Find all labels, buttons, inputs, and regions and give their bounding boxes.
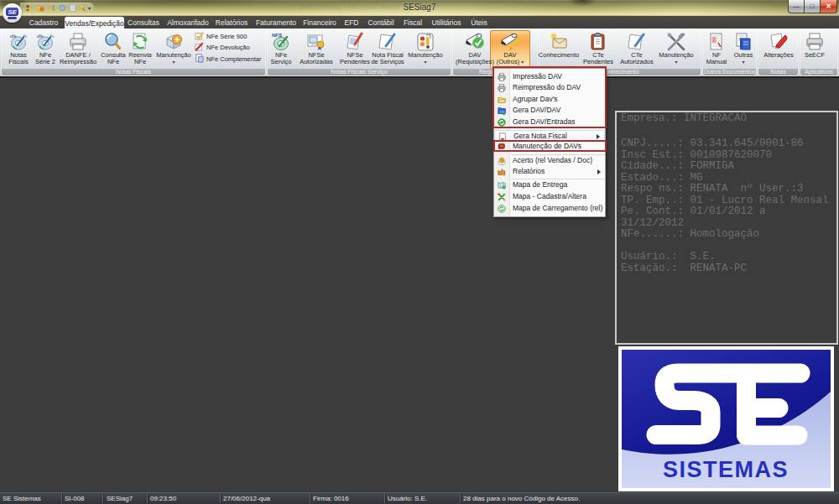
svg-text:dfe: dfe	[37, 34, 44, 39]
svg-text:dfe: dfe	[10, 34, 17, 39]
svg-text:SISTEMAS: SISTEMAS	[663, 457, 789, 482]
svg-text:NFS: NFS	[272, 33, 282, 38]
